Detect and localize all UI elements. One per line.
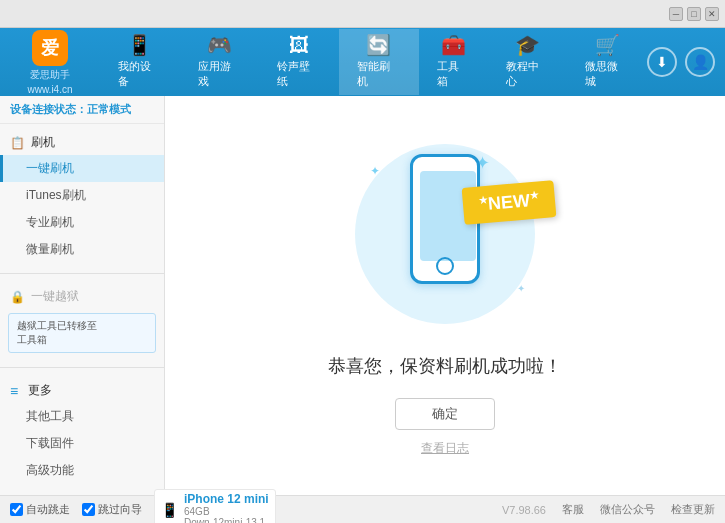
connection-status: 设备连接状态：正常模式 xyxy=(0,96,164,124)
nav-my-device-label: 我的设备 xyxy=(118,59,162,89)
jailbreak-section-label: 一键越狱 xyxy=(31,288,79,305)
skip-wizard-label: 跳过向导 xyxy=(98,502,142,517)
sidebar-item-advanced[interactable]: 高级功能 xyxy=(0,457,164,484)
nav-actions: ⬇ 👤 xyxy=(647,47,715,77)
sidebar-divider-1 xyxy=(0,273,164,274)
logo-name: 爱思助手 xyxy=(30,68,70,82)
logo[interactable]: 爱 爱思助手 www.i4.cn xyxy=(10,30,90,95)
logo-url: www.i4.cn xyxy=(27,84,72,95)
main-area: 设备连接状态：正常模式 📋 刷机 一键刷机 iTunes刷机 专业刷机 微量刷机 xyxy=(0,96,725,495)
view-log-link[interactable]: 查看日志 xyxy=(421,440,469,457)
smart-flash-icon: 🔄 xyxy=(366,35,391,55)
nav-toolbox-label: 工具箱 xyxy=(437,59,470,89)
skip-wizard-checkbox[interactable]: 跳过向导 xyxy=(82,502,142,517)
success-message: 恭喜您，保资料刷机成功啦！ xyxy=(328,354,562,378)
tutorial-icon: 🎓 xyxy=(515,35,540,55)
logo-icon: 爱 xyxy=(32,30,68,66)
close-button[interactable]: ✕ xyxy=(705,7,719,21)
toolbox-icon: 🧰 xyxy=(441,35,466,55)
jailbreak-lock-icon: 🔒 xyxy=(10,290,25,304)
device-phone-icon: 📱 xyxy=(161,502,178,518)
phone-home-button xyxy=(436,257,454,275)
sidebar-jailbreak-section: 🔒 一键越狱 越狱工具已转移至工具箱 xyxy=(0,278,164,363)
auto-jump-input[interactable] xyxy=(10,503,23,516)
nav-ringtone-label: 铃声壁纸 xyxy=(277,59,321,89)
device-name: iPhone 12 mini xyxy=(184,492,269,506)
main-content: ✦ ✦ ✦ NEW 恭喜您，保资料刷机成功啦！ 确定 查看日志 xyxy=(165,96,725,495)
window-controls[interactable]: ─ □ ✕ xyxy=(669,7,719,21)
nav-ringtone-wallpaper[interactable]: 🖼 铃声壁纸 xyxy=(259,29,339,95)
check-update-link[interactable]: 检查更新 xyxy=(671,502,715,517)
flash-section-icon: 📋 xyxy=(10,136,25,150)
sidebar-item-download-firmware[interactable]: 下载固件 xyxy=(0,430,164,457)
version-text: V7.98.66 xyxy=(502,504,546,516)
sidebar-divider-2 xyxy=(0,367,164,368)
sparkle-icon-2: ✦ xyxy=(370,164,380,178)
device-info-section: 📱 iPhone 12 mini 64GB Down-12mini-13.1 xyxy=(154,489,276,524)
sidebar-item-itunes-flash[interactable]: iTunes刷机 xyxy=(0,182,164,209)
confirm-button[interactable]: 确定 xyxy=(395,398,495,430)
sidebar-flash-title[interactable]: 📋 刷机 xyxy=(0,130,164,155)
header: 爱 爱思助手 www.i4.cn 📱 我的设备 🎮 应用游戏 🖼 铃声壁纸 🔄 … xyxy=(0,28,725,96)
nav-smart-flash-label: 智能刷机 xyxy=(357,59,401,89)
nav-my-device[interactable]: 📱 我的设备 xyxy=(100,29,180,95)
minimize-button[interactable]: ─ xyxy=(669,7,683,21)
sidebar-more-title[interactable]: ≡ 更多 xyxy=(0,378,164,403)
nav-tutorial[interactable]: 🎓 教程中心 xyxy=(488,29,568,95)
title-bar: ─ □ ✕ xyxy=(0,0,725,28)
account-button[interactable]: 👤 xyxy=(685,47,715,77)
flash-section-label: 刷机 xyxy=(31,134,55,151)
bottom-bar: 自动跳走 跳过向导 📱 iPhone 12 mini 64GB Down-12m… xyxy=(0,495,725,523)
more-section-label: 更多 xyxy=(28,382,52,399)
sidebar: 设备连接状态：正常模式 📋 刷机 一键刷机 iTunes刷机 专业刷机 微量刷机 xyxy=(0,96,165,495)
customer-service-link[interactable]: 客服 xyxy=(562,502,584,517)
more-section-icon: ≡ xyxy=(10,383,18,399)
nav-smart-flash[interactable]: 🔄 智能刷机 xyxy=(339,29,419,95)
download-button[interactable]: ⬇ xyxy=(647,47,677,77)
nav-tutorial-label: 教程中心 xyxy=(506,59,550,89)
weidian-icon: 🛒 xyxy=(595,35,620,55)
wechat-public-link[interactable]: 微信公众号 xyxy=(600,502,655,517)
nav-toolbox[interactable]: 🧰 工具箱 xyxy=(419,29,488,95)
bottom-right: V7.98.66 客服 微信公众号 检查更新 xyxy=(502,502,715,517)
sidebar-item-micro-flash[interactable]: 微量刷机 xyxy=(0,236,164,263)
sparkle-icon-3: ✦ xyxy=(517,283,525,294)
device-model: Down-12mini-13.1 xyxy=(184,517,269,524)
sidebar-item-one-key-flash[interactable]: 一键刷机 xyxy=(0,155,164,182)
jailbreak-notice: 越狱工具已转移至工具箱 xyxy=(8,313,156,353)
apps-games-icon: 🎮 xyxy=(207,35,232,55)
auto-jump-checkbox[interactable]: 自动跳走 xyxy=(10,502,70,517)
maximize-button[interactable]: □ xyxy=(687,7,701,21)
my-device-icon: 📱 xyxy=(127,35,152,55)
skip-wizard-input[interactable] xyxy=(82,503,95,516)
new-badge: NEW xyxy=(462,180,557,225)
sidebar-more-section: ≡ 更多 其他工具 下载固件 高级功能 xyxy=(0,372,164,490)
nav-apps-games[interactable]: 🎮 应用游戏 xyxy=(180,29,260,95)
nav-apps-games-label: 应用游戏 xyxy=(198,59,242,89)
nav-weidian[interactable]: 🛒 微思微城 xyxy=(567,29,647,95)
sidebar-flash-section: 📋 刷机 一键刷机 iTunes刷机 专业刷机 微量刷机 xyxy=(0,124,164,269)
device-storage: 64GB xyxy=(184,506,269,517)
status-value: 正常模式 xyxy=(87,103,131,115)
success-illustration: ✦ ✦ ✦ NEW xyxy=(345,134,545,334)
sidebar-item-other-tools[interactable]: 其他工具 xyxy=(0,403,164,430)
sidebar-item-pro-flash[interactable]: 专业刷机 xyxy=(0,209,164,236)
ringtone-icon: 🖼 xyxy=(289,35,309,55)
status-label: 设备连接状态： xyxy=(10,103,87,115)
sidebar-jailbreak-title: 🔒 一键越狱 xyxy=(0,284,164,309)
bottom-left: 自动跳走 跳过向导 📱 iPhone 12 mini 64GB Down-12m… xyxy=(10,489,502,524)
auto-jump-label: 自动跳走 xyxy=(26,502,70,517)
nav-weidian-label: 微思微城 xyxy=(585,59,629,89)
nav-bar: 📱 我的设备 🎮 应用游戏 🖼 铃声壁纸 🔄 智能刷机 🧰 工具箱 🎓 教程中心… xyxy=(100,29,647,95)
device-details: iPhone 12 mini 64GB Down-12mini-13.1 xyxy=(184,492,269,524)
